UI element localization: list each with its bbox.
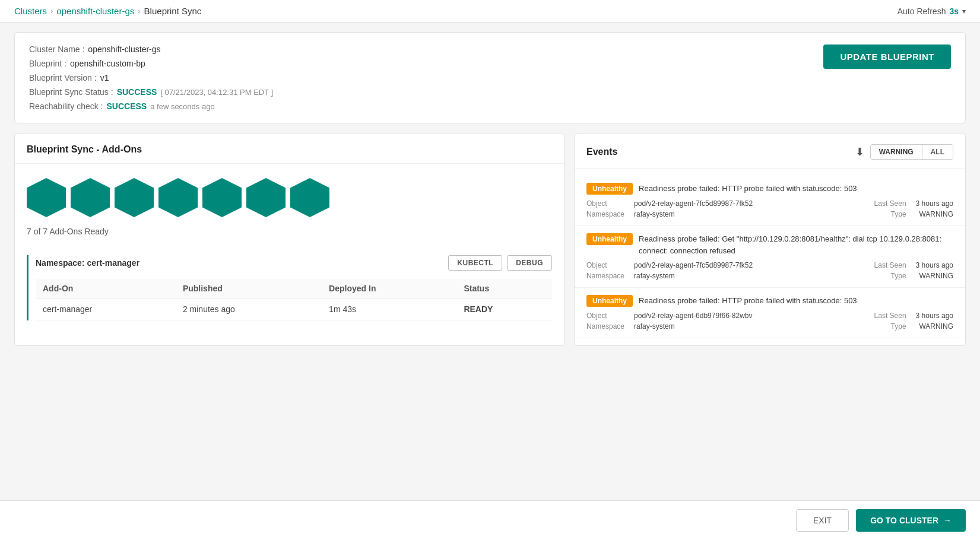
breadcrumb-sep-2: › — [138, 7, 140, 15]
event-meta-1: Object pod/v2-relay-agent-7fc5d89987-7fk… — [586, 199, 953, 218]
event-last-seen-value-3: 3 hours ago — [916, 312, 953, 320]
main-content: Blueprint Sync - Add-Ons 7 of 7 Add-Ons … — [14, 133, 966, 346]
event-object-value-1: pod/v2-relay-agent-7fc5d89987-7fk52 — [634, 199, 865, 208]
blueprint-version-value: v1 — [100, 73, 109, 82]
cluster-info-card: Cluster Name : openshift-cluster-gs Blue… — [14, 32, 966, 123]
event-last-seen-label-1: Last Seen — [874, 199, 906, 208]
event-ns-value-2: rafay-system — [634, 272, 865, 280]
event-ns-label-3: Namespace — [586, 322, 624, 331]
addon-name: cert-manager — [36, 298, 176, 320]
event-object-label-2: Object — [586, 261, 624, 269]
addons-table: Add-On Published Deployed In Status cert… — [36, 279, 552, 320]
left-panel-title: Blueprint Sync - Add-Ons — [15, 134, 564, 164]
event-top-3: Unhealthy Readiness probe failed: HTTP p… — [586, 295, 953, 307]
breadcrumb-page: Blueprint Sync — [144, 6, 202, 16]
event-type-label-1: Type — [874, 210, 906, 218]
col-header-deployed: Deployed In — [322, 279, 456, 298]
breadcrumb-clusters[interactable]: Clusters — [14, 6, 47, 16]
reachability-label: Reachability check : — [29, 101, 103, 111]
blueprint-version-row: Blueprint Version : v1 — [29, 73, 273, 82]
cluster-name-row: Cluster Name : openshift-cluster-gs — [29, 45, 273, 54]
addon-status: READY — [456, 298, 552, 320]
left-panel: Blueprint Sync - Add-Ons 7 of 7 Add-Ons … — [14, 133, 564, 346]
event-ns-label-2: Namespace — [586, 272, 624, 280]
event-item-3: Unhealthy Readiness probe failed: HTTP p… — [575, 288, 965, 338]
cluster-name-label: Cluster Name : — [29, 45, 84, 54]
events-header: Events ⬇ WARNING ALL — [575, 134, 965, 169]
info-fields: Cluster Name : openshift-cluster-gs Blue… — [29, 45, 273, 111]
events-controls: ⬇ WARNING ALL — [855, 144, 953, 160]
event-last-seen-label-2: Last Seen — [874, 261, 906, 269]
namespace-title: Namespace: cert-manager — [36, 258, 139, 268]
filter-tabs: WARNING ALL — [870, 144, 953, 160]
reachability-value: SUCCESS — [107, 101, 147, 111]
hex-7 — [290, 178, 329, 217]
event-type-label-2: Type — [874, 272, 906, 280]
debug-button[interactable]: DEBUG — [507, 255, 552, 271]
kubectl-button[interactable]: KUBECTL — [448, 255, 502, 271]
event-top-1: Unhealthy Readiness probe failed: HTTP p… — [586, 183, 953, 195]
addons-ready-text: 7 of 7 Add-Ons Ready — [27, 227, 552, 236]
event-last-seen-label-3: Last Seen — [874, 312, 906, 320]
event-last-seen-value-1: 3 hours ago — [916, 199, 953, 208]
blueprint-row: Blueprint : openshift-custom-bp — [29, 59, 273, 68]
auto-refresh-value: 3s — [949, 7, 959, 16]
event-message-2: Readiness probe failed: Get "http://10.1… — [639, 233, 953, 256]
sync-status-row: Blueprint Sync Status : SUCCESS [ 07/21/… — [29, 87, 273, 97]
breadcrumb-sep-1: › — [50, 7, 53, 15]
auto-refresh[interactable]: Auto Refresh 3s ▾ — [897, 7, 966, 16]
event-object-label-1: Object — [586, 199, 624, 208]
event-ns-label-1: Namespace — [586, 210, 624, 218]
blueprint-version-label: Blueprint Version : — [29, 73, 97, 82]
event-message-1: Readiness probe failed: HTTP probe faile… — [639, 183, 857, 195]
event-type-label-3: Type — [874, 322, 906, 331]
event-object-value-2: pod/v2-relay-agent-7fc5d89987-7fk52 — [634, 261, 865, 269]
unhealthy-badge-2: Unhealthy — [586, 233, 633, 245]
namespace-header: Namespace: cert-manager KUBECTL DEBUG — [36, 255, 552, 271]
event-message-3: Readiness probe failed: HTTP probe faile… — [639, 295, 857, 307]
breadcrumb-cluster-name[interactable]: openshift-cluster-gs — [56, 6, 134, 16]
col-header-published: Published — [176, 279, 322, 298]
filter-warning-tab[interactable]: WARNING — [871, 145, 922, 159]
event-top-2: Unhealthy Readiness probe failed: Get "h… — [586, 233, 953, 256]
col-header-status: Status — [456, 279, 552, 298]
table-header-row: Add-On Published Deployed In Status — [36, 279, 552, 298]
chevron-down-icon: ▾ — [962, 7, 966, 15]
right-panel: Events ⬇ WARNING ALL Unhealthy Readiness… — [574, 133, 966, 346]
top-nav: Clusters › openshift-cluster-gs › Bluepr… — [0, 0, 980, 23]
update-blueprint-button[interactable]: UPDATE BLUEPRINT — [823, 45, 951, 69]
unhealthy-badge-1: Unhealthy — [586, 183, 633, 195]
event-object-label-3: Object — [586, 312, 624, 320]
event-last-seen-value-2: 3 hours ago — [916, 261, 953, 269]
event-ns-value-1: rafay-system — [634, 210, 865, 218]
auto-refresh-label: Auto Refresh — [897, 7, 946, 16]
unhealthy-badge-3: Unhealthy — [586, 295, 633, 307]
sync-timestamp: [ 07/21/2023, 04:12:31 PM EDT ] — [160, 88, 273, 97]
events-title: Events — [586, 147, 617, 157]
col-header-addon: Add-On — [36, 279, 176, 298]
sync-status-label: Blueprint Sync Status : — [29, 87, 113, 97]
blueprint-value: openshift-custom-bp — [70, 59, 145, 68]
reachability-row: Reachability check : SUCCESS a few secon… — [29, 101, 273, 111]
filter-all-tab[interactable]: ALL — [922, 145, 953, 159]
hex-1 — [27, 178, 66, 217]
events-list: Unhealthy Readiness probe failed: HTTP p… — [575, 169, 965, 345]
reachability-time: a few seconds ago — [150, 102, 214, 111]
event-item-2: Unhealthy Readiness probe failed: Get "h… — [575, 226, 965, 288]
event-type-value-2: WARNING — [916, 272, 953, 280]
hex-6 — [246, 178, 286, 217]
download-icon[interactable]: ⬇ — [855, 145, 864, 158]
hex-5 — [202, 178, 242, 217]
event-type-value-3: WARNING — [916, 322, 953, 331]
event-type-value-1: WARNING — [916, 210, 953, 218]
addon-published: 2 minutes ago — [176, 298, 322, 320]
breadcrumb: Clusters › openshift-cluster-gs › Bluepr… — [14, 6, 201, 16]
hex-4 — [158, 178, 198, 217]
hexagons-section: 7 of 7 Add-Ons Ready — [15, 164, 564, 246]
namespace-actions: KUBECTL DEBUG — [448, 255, 552, 271]
sync-status-value: SUCCESS — [117, 87, 157, 97]
hexagons-row — [27, 178, 552, 217]
event-meta-3: Object pod/v2-relay-agent-6db979f66-82wb… — [586, 312, 953, 331]
event-ns-value-3: rafay-system — [634, 322, 865, 331]
event-object-value-3: pod/v2-relay-agent-6db979f66-82wbv — [634, 312, 865, 320]
